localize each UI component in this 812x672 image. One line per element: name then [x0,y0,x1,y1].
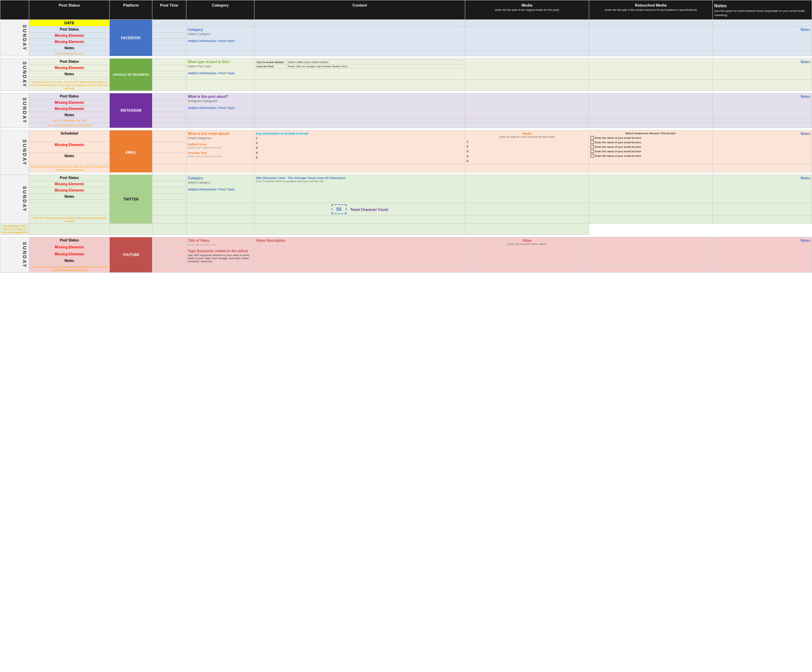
twitter-posttime-1 [152,175,186,181]
twitter-count-box-cell: 55 Tweet Character Count [254,203,465,216]
sep5 [0,235,812,237]
facebook-posttime-1 [152,26,186,32]
twitter-char-sub: Your Character Count is updated once you… [256,180,464,183]
gmb-posttime-3 [152,71,186,77]
gmb-media-tip [465,80,589,91]
twitter-count-empty [29,203,110,216]
media-header: Media (enter the file path of the origin… [465,0,589,20]
email-audience-1: Enter the name of your email list here [590,136,711,140]
email-media-3: 3 [467,150,587,153]
gmb-cta-label: Call to Action Button [256,60,287,65]
instagram-helpful-label: Helpful Information / Post Topic [188,106,253,110]
gmb-notes-text: Notes [800,60,810,64]
youtube-posttime-tip [152,265,186,273]
gmb-link-row: Link for Post Paste URL for Google Call … [256,65,464,69]
instagram-notes-label: Notes [29,112,110,118]
gmb-posttime-tip [152,80,186,91]
platform-facebook: FACEBOOK [110,20,152,56]
email-posttime-1 [152,131,186,142]
twitter-notes-tip2 [465,224,589,235]
email-subject-entry: Enter your subject line here [188,146,253,149]
gmb-content-tip [254,80,465,91]
twitter-cat-tip2 [110,224,152,235]
instagram-notes-tip2 [713,123,812,128]
day-label-twitter: SUNDAY [0,175,29,224]
youtube-retouched-tip [589,265,713,273]
facebook-missing1: Missing Elements [29,32,110,39]
day-label-youtube: SUNDAY [0,237,29,273]
gmb-posttime-1 [152,59,186,65]
instagram-content-tip1 [254,118,465,123]
facebook-select-category: Select Category [188,32,253,36]
gmb-media-area [465,59,589,80]
email-notes-text: Notes [800,132,810,136]
twitter-posttime-8 [29,224,110,235]
facebook-cat-tip [186,51,254,56]
facebook-posttime-3 [152,39,186,45]
platform-twitter: TWITTER [110,175,152,224]
facebook-post-status: Post Status [29,26,110,32]
gmb-category-content: What type of post is this? Select Post T… [186,59,254,80]
email-subject-label: Subject Line [188,143,253,146]
facebook-content-date [254,20,465,26]
email-content-tip [254,165,465,172]
email-cat-tip [186,165,254,172]
youtube-notes-text: Notes [800,239,810,243]
youtube-video-header: Video (enter the file path of the video) [465,237,589,265]
facebook-category-content: Category Select Category Helpful Informa… [186,26,254,51]
day-label-instagram: SUNDAY [0,94,29,128]
youtube-content-area: Video Description [254,237,465,265]
email-media-label: Media [467,132,587,135]
facebook-posttime-2 [152,32,186,39]
day-header [0,0,29,20]
instagram-notes-tip1 [713,118,812,123]
facebook-content-tip [254,51,465,56]
instagram-content-tip2 [254,123,465,128]
gmb-helpful-label: Helpful Information / Post Topic [188,71,253,75]
youtube-status-row: SUNDAY Post Status YOUTUBE Title of Vide… [0,237,812,244]
instagram-post-status: Post Status [29,94,110,100]
youtube-desc-label: Video Description [256,239,464,243]
twitter-notes-label: Notes [29,194,110,200]
instagram-posttime-5 [152,118,186,123]
email-notes-label: Notes [29,153,110,165]
email-posttime-4 [152,165,186,172]
instagram-content-area [254,94,465,118]
gmb-cta-value: Select GMB Call to Action Button [287,60,464,65]
facebook-tip: Use 1 Hashtag Per Post [29,51,110,56]
twitter-content-area: 280 Character Limit - The Average Tweet … [254,175,465,203]
youtube-notes-tip [713,265,812,273]
instagram-tip2: Use Your Brand Filter for Every Post [29,123,110,128]
email-key-info-label: Key Information to Include in Email [256,132,464,135]
sep1 [0,56,812,59]
header-row: Post Status Platform Post Time Category … [0,0,812,20]
youtube-retouched-area [589,237,713,265]
notes-header: Notes (use this space for notes between … [713,0,812,20]
email-key-3: 3 [256,146,464,150]
gmb-cta-row: Call to Action Button Select GMB Call to… [256,60,464,65]
email-media-1: 1 [467,140,587,143]
instagram-posttime-3 [152,106,186,112]
twitter-media-area [465,175,589,203]
youtube-tip: Share videos on your social channels & l… [29,265,110,273]
email-notes-area: Notes [713,131,812,165]
email-media-tip [465,165,589,172]
instagram-about-label: What is this post about? [188,95,253,99]
email-scheduled: Scheduled [29,131,110,142]
twitter-category-label: Category [188,176,253,180]
instagram-retouched-area [589,94,713,118]
instagram-tip1: Use 10+ Hashtags Per Post [29,118,110,123]
twitter-posttime-5 [152,200,186,203]
facebook-notes-label: Notes [29,45,110,51]
instagram-retouched-tip1 [589,118,713,123]
date-cell: DATE [29,20,110,26]
gmb-link-value: Paste URL for Google Call to Action Butt… [287,65,464,69]
facebook-notes-tip [713,51,812,56]
instagram-notes-text: Notes [800,95,810,99]
instagram-missing1: Missing Elements [29,100,110,106]
sep2 [0,91,812,94]
youtube-title-label: Title of Video [188,239,253,243]
gmb-posttime-4 [152,77,186,80]
twitter-notes-tip [713,216,812,224]
twitter-cat-tip [186,216,254,224]
